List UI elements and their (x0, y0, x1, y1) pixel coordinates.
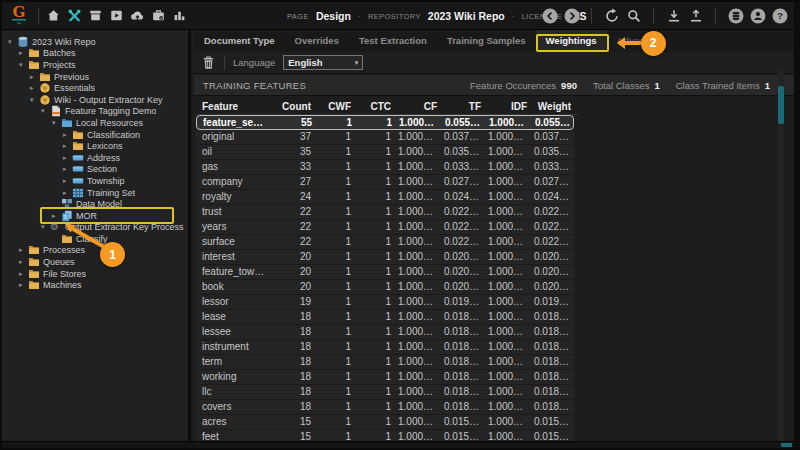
column-header-ctc[interactable]: CTC (358, 98, 398, 115)
table-row-trust[interactable]: trust22111.0000000.0222221.0000000.02222… (196, 205, 574, 220)
tree-item-classification[interactable]: ▸Classification (2, 129, 188, 141)
play-box-icon[interactable] (108, 7, 125, 24)
expander-collapsed-icon[interactable]: ▸ (52, 212, 61, 220)
horizontal-scrollbar-thumb[interactable] (781, 443, 792, 447)
expander-expanded-icon[interactable]: ▾ (41, 107, 50, 115)
column-header-tf[interactable]: TF (444, 98, 488, 115)
forward-icon[interactable] (563, 8, 580, 25)
tree-item-previous[interactable]: ▸Previous (2, 71, 188, 83)
tree-item-processes[interactable]: ▸Processes (2, 245, 188, 257)
tree-item-classify[interactable]: Classify (2, 233, 188, 245)
tab-document-type[interactable]: Document Type (194, 30, 285, 52)
tree-item-file-stores[interactable]: ▸File Stores (2, 268, 188, 280)
column-header-weight[interactable]: Weight (534, 98, 578, 115)
expander-collapsed-icon[interactable]: ▸ (30, 84, 39, 92)
tree-item-wiki-output-extractor-key[interactable]: ▾Wiki - Output Extractor Key (2, 94, 188, 106)
tree-item-essentials[interactable]: ▸Essentials (2, 82, 188, 94)
column-header-count[interactable]: Count (274, 98, 318, 115)
tree-item-training-set[interactable]: ▸Training Set (2, 187, 188, 199)
cloud-upload-icon[interactable] (129, 7, 146, 24)
database-icon[interactable] (727, 8, 744, 25)
expander-collapsed-icon[interactable]: ▸ (63, 142, 72, 150)
table-row-feature-section[interactable]: feature_section55111.0000000.0555561.000… (196, 115, 574, 130)
help-icon[interactable]: ? (771, 8, 788, 25)
page-value[interactable]: Design (316, 10, 351, 22)
table-row-surface[interactable]: surface22111.0000000.0222221.0000000.022… (196, 235, 574, 250)
table-row-original[interactable]: original37111.0000000.0373741.0000000.03… (196, 130, 574, 145)
table-row-instrument[interactable]: instrument18111.0000000.0181821.0000000.… (196, 340, 574, 355)
table-row-gas[interactable]: gas33111.0000000.0333331.0000000.033333 (196, 160, 574, 175)
upload-icon[interactable] (687, 8, 704, 25)
vertical-scrollbar-thumb[interactable] (778, 86, 784, 124)
table-row-acres[interactable]: acres15111.0000000.0151521.0000000.01515… (196, 415, 574, 430)
expander-collapsed-icon[interactable]: ▸ (63, 177, 72, 185)
batch-box-icon[interactable] (87, 7, 104, 24)
table-row-lessee[interactable]: lessee18111.0000000.0181821.0000000.0181… (196, 325, 574, 340)
expander-expanded-icon[interactable]: ▾ (19, 61, 28, 69)
back-icon[interactable] (541, 8, 558, 25)
tree-item-data-model[interactable]: Data Model (2, 198, 188, 210)
search-icon[interactable] (625, 8, 642, 25)
tree-item-projects[interactable]: ▾Projects (2, 59, 188, 71)
tree-item-feature-tagging-demo[interactable]: ▾Feature Tagging Demo (2, 106, 188, 118)
tree-item-2023-wiki-repo[interactable]: ▾2023 Wiki Repo (2, 36, 188, 48)
tree-item-mor[interactable]: ▸MOR (2, 210, 188, 222)
table-row-book[interactable]: book20111.0000000.0202021.0000000.020202 (196, 280, 574, 295)
download-icon[interactable] (665, 8, 682, 25)
trash-icon[interactable] (201, 55, 216, 70)
table-row-lessor[interactable]: lessor19111.0000000.0191921.0000000.0191… (196, 295, 574, 310)
table-row-years[interactable]: years22111.0000000.0222221.0000000.02222… (196, 220, 574, 235)
expander-expanded-icon[interactable]: ▾ (52, 119, 61, 127)
tree-item-township[interactable]: ▸Township (2, 175, 188, 187)
expander-expanded-icon[interactable]: ▾ (8, 38, 17, 46)
expander-collapsed-icon[interactable]: ▸ (63, 154, 72, 162)
tree-item-queues[interactable]: ▸Queues (2, 256, 188, 268)
table-row-working[interactable]: working18111.0000000.0181821.0000000.018… (196, 370, 574, 385)
refresh-icon[interactable] (603, 8, 620, 25)
table-row-feature-towns[interactable]: feature_towns...20111.0000000.0202021.00… (196, 265, 574, 280)
expander-collapsed-icon[interactable]: ▸ (63, 131, 72, 139)
bar-chart-icon[interactable] (171, 7, 188, 24)
tab-overrides[interactable]: Overrides (285, 30, 349, 52)
table-row-oil[interactable]: oil35111.0000000.0353541.0000000.035354 (196, 145, 574, 160)
language-select[interactable]: English ▾ (283, 55, 363, 70)
expander-collapsed-icon[interactable]: ▸ (63, 165, 72, 173)
table-row-company[interactable]: company27111.0000000.0272731.0000000.027… (196, 175, 574, 190)
app-logo-icon[interactable]: G (6, 4, 32, 28)
tree-item-section[interactable]: ▸Section (2, 164, 188, 176)
table-row-llc[interactable]: llc18111.0000000.0181821.0000000.018182 (196, 385, 574, 400)
tab-test-extraction[interactable]: Test Extraction (349, 30, 437, 52)
column-header-feature[interactable]: Feature (196, 98, 274, 115)
tools-icon[interactable] (66, 7, 83, 24)
briefcase-icon[interactable] (150, 7, 167, 24)
expander-collapsed-icon[interactable]: ▸ (63, 189, 72, 197)
tab-advanced[interactable]: Advanced (607, 30, 672, 52)
expander-collapsed-icon[interactable]: ▸ (19, 270, 28, 278)
table-row-royalty[interactable]: royalty24111.0000000.0242421.0000000.024… (196, 190, 574, 205)
tree-item-address[interactable]: ▸Address (2, 152, 188, 164)
expander-collapsed-icon[interactable]: ▸ (19, 49, 28, 57)
expander-collapsed-icon[interactable]: ▸ (19, 258, 28, 266)
expander-expanded-icon[interactable]: ▾ (41, 223, 50, 231)
home-icon[interactable] (45, 7, 62, 24)
table-row-interest[interactable]: interest20111.0000000.0202021.0000000.02… (196, 250, 574, 265)
tab-weightings[interactable]: Weightings (536, 30, 607, 52)
expander-collapsed-icon[interactable]: ▸ (30, 73, 39, 81)
user-icon[interactable] (749, 8, 766, 25)
expander-collapsed-icon[interactable]: ▸ (19, 281, 28, 289)
vertical-scrollbar[interactable] (778, 69, 784, 441)
tree-item-output-extractor-key-process[interactable]: ▾⚙Output Extractor Key Process (2, 222, 188, 234)
column-header-idf[interactable]: IDF (488, 98, 534, 115)
tree-item-local-resources[interactable]: ▾Local Resources (2, 117, 188, 129)
expander-collapsed-icon[interactable]: ▸ (19, 246, 28, 254)
column-header-cwf[interactable]: CWF (318, 98, 358, 115)
tree-item-batches[interactable]: ▸Batches (2, 48, 188, 60)
column-header-cf[interactable]: CF (398, 98, 444, 115)
repository-value[interactable]: 2023 Wiki Repo (428, 10, 505, 22)
table-row-term[interactable]: term18111.0000000.0181821.0000000.018182 (196, 355, 574, 370)
expander-expanded-icon[interactable]: ▾ (30, 96, 39, 104)
tab-training-samples[interactable]: Training Samples (437, 30, 536, 52)
table-row-lease[interactable]: lease18111.0000000.0181821.0000000.01818… (196, 310, 574, 325)
tree-item-machines[interactable]: ▸Machines (2, 279, 188, 291)
table-row-covers[interactable]: covers18111.0000000.0181821.0000000.0181… (196, 400, 574, 415)
